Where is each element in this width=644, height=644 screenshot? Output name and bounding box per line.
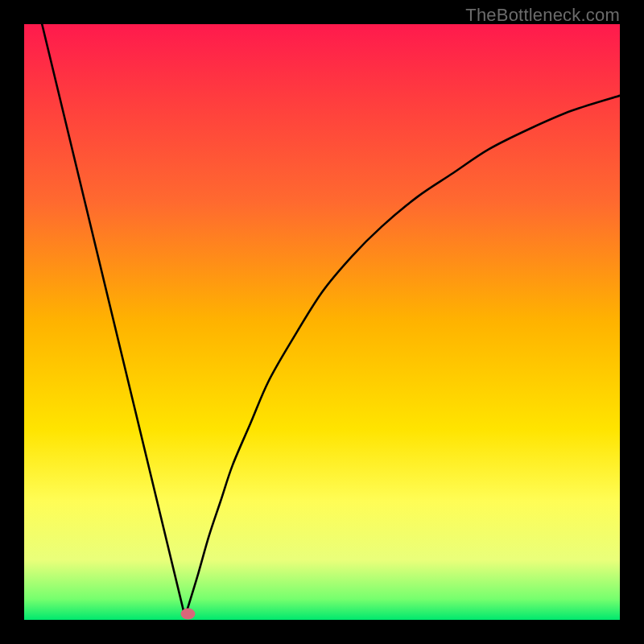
watermark-text: TheBottleneck.com (465, 5, 620, 26)
optimal-point-marker (181, 609, 196, 620)
bottleneck-chart (24, 24, 620, 620)
chart-frame (24, 24, 620, 620)
